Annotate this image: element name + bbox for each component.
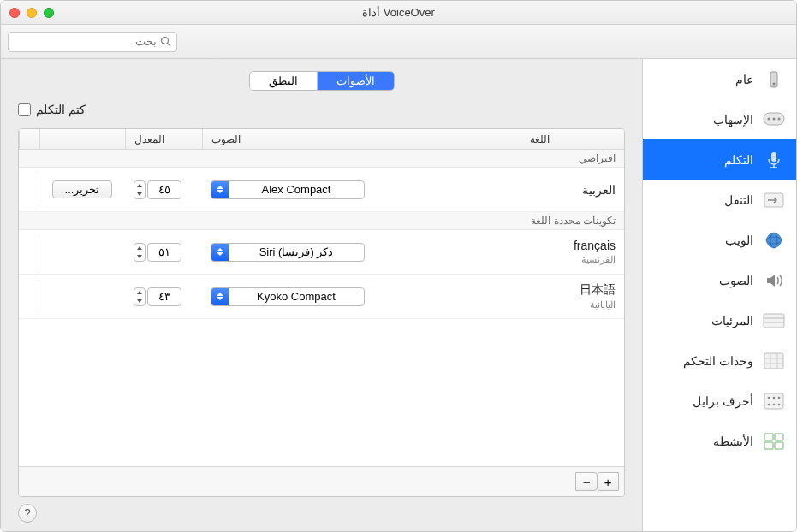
- add-button[interactable]: +: [597, 472, 619, 491]
- rate-input[interactable]: [147, 243, 181, 262]
- voice-popup[interactable]: Alex Compact: [211, 180, 365, 199]
- sidebar-item-braille[interactable]: أحرف برايل: [643, 381, 796, 421]
- svg-point-5: [768, 117, 770, 120]
- tab-voices[interactable]: الأصوات: [318, 72, 394, 90]
- stepper-buttons[interactable]: [134, 180, 146, 199]
- voice-label: Alex Compact: [229, 183, 364, 196]
- sidebar-item-speech[interactable]: التكلم: [643, 139, 796, 180]
- svg-point-27: [768, 403, 770, 405]
- search-field[interactable]: [8, 32, 177, 52]
- svg-point-24: [768, 396, 770, 399]
- language-name-ar: الفرنسية: [530, 254, 616, 265]
- svg-rect-33: [775, 442, 783, 449]
- stepper-buttons[interactable]: [134, 287, 146, 306]
- close-button[interactable]: [9, 8, 20, 18]
- svg-point-29: [778, 403, 781, 405]
- language-name: 日本語: [530, 282, 616, 298]
- remove-button[interactable]: −: [575, 472, 598, 491]
- navigation-icon: [762, 191, 786, 210]
- general-icon: [762, 70, 786, 89]
- commanders-icon: [762, 352, 786, 370]
- mute-speech-label: كتم التكلم: [36, 103, 86, 116]
- sidebar-item-navigation[interactable]: التنقل: [643, 180, 796, 220]
- sidebar-item-visuals[interactable]: المرئيات: [643, 300, 796, 340]
- search-input[interactable]: [13, 35, 157, 48]
- activities-icon: [762, 432, 786, 451]
- table-row[interactable]: français الفرنسية Siri ذكر (فرنسا): [19, 230, 624, 275]
- svg-rect-15: [764, 314, 784, 328]
- sidebar-item-verbosity[interactable]: الإسهاب: [643, 99, 796, 139]
- svg-line-1: [168, 44, 171, 47]
- column-header-rate[interactable]: المعدل: [125, 129, 202, 149]
- sidebar-item-label: الإسهاب: [713, 113, 753, 127]
- svg-rect-18: [764, 353, 783, 369]
- category-sidebar: عام الإسهاب التكلم التنقل الويب الصوت ال…: [642, 59, 796, 532]
- language-name: العربية: [530, 183, 616, 197]
- sidebar-item-label: أحرف برايل: [693, 394, 753, 408]
- svg-point-12: [766, 233, 782, 248]
- sidebar-item-label: الصوت: [719, 274, 753, 287]
- voice-popup[interactable]: Kyoko Compact: [211, 287, 365, 306]
- braille-icon: [762, 392, 786, 411]
- edit-button[interactable]: تحرير...: [52, 180, 113, 198]
- sidebar-item-activities[interactable]: الأنشطة: [643, 421, 796, 461]
- table-row[interactable]: 日本語 اليابانية Kyoko Compact: [19, 275, 624, 319]
- svg-point-3: [773, 82, 776, 85]
- svg-rect-30: [764, 434, 773, 440]
- svg-point-6: [773, 117, 776, 120]
- sidebar-item-general[interactable]: عام: [643, 59, 796, 99]
- svg-rect-8: [771, 152, 776, 162]
- svg-rect-31: [775, 434, 783, 440]
- sidebar-item-web[interactable]: الويب: [643, 220, 796, 260]
- rate-stepper[interactable]: [134, 287, 181, 306]
- stepper-buttons[interactable]: [134, 243, 146, 262]
- svg-rect-32: [764, 442, 773, 449]
- language-name-ar: اليابانية: [530, 299, 616, 310]
- sidebar-item-label: الويب: [725, 233, 753, 247]
- search-icon: [160, 36, 171, 47]
- rate-stepper[interactable]: [134, 243, 181, 262]
- svg-point-25: [773, 396, 776, 399]
- svg-point-28: [773, 403, 776, 405]
- tab-pronunciation[interactable]: النطق: [250, 72, 318, 90]
- voice-popup[interactable]: Siri ذكر (فرنسا): [211, 243, 365, 262]
- sound-icon: [762, 271, 786, 290]
- group-language-specific: تكوينات محددة اللغة: [19, 212, 624, 230]
- visuals-icon: [762, 311, 786, 330]
- svg-rect-23: [764, 393, 783, 409]
- voice-label: Siri ذكر (فرنسا): [229, 245, 364, 258]
- voices-table: اللغة الصوت المعدل افتراضي العربية Alex …: [18, 128, 625, 497]
- sidebar-item-label: وحدات التحكم: [683, 354, 753, 368]
- sidebar-item-sound[interactable]: الصوت: [643, 260, 796, 300]
- sidebar-item-label: التكلم: [724, 153, 753, 167]
- verbosity-icon: [762, 110, 786, 129]
- speech-icon: [762, 151, 786, 169]
- rate-stepper[interactable]: [134, 180, 181, 199]
- sidebar-item-label: المرئيات: [711, 314, 753, 328]
- table-row[interactable]: العربية Alex Compact تحرير...: [19, 168, 624, 212]
- sidebar-item-commanders[interactable]: وحدات التحكم: [643, 340, 796, 381]
- popup-arrows-icon: [211, 181, 229, 198]
- sidebar-item-label: التنقل: [724, 193, 753, 207]
- web-icon: [762, 231, 786, 250]
- column-header-voice[interactable]: الصوت: [202, 129, 521, 149]
- mute-speech-checkbox[interactable]: [18, 103, 31, 116]
- popup-arrows-icon: [211, 244, 229, 261]
- svg-point-0: [162, 38, 169, 44]
- zoom-button[interactable]: [44, 8, 54, 18]
- sidebar-item-label: الأنشطة: [713, 434, 753, 448]
- rate-input[interactable]: [147, 180, 181, 199]
- svg-point-26: [778, 396, 781, 399]
- group-default: افتراضي: [19, 150, 624, 168]
- window-title: أداة VoiceOver: [54, 6, 743, 19]
- svg-point-7: [778, 117, 781, 120]
- help-button[interactable]: ?: [18, 504, 37, 523]
- tab-segmented-control: الأصوات النطق: [249, 71, 395, 91]
- column-header-language[interactable]: اللغة: [521, 129, 624, 149]
- popup-arrows-icon: [211, 288, 229, 305]
- minimize-button[interactable]: [27, 8, 37, 18]
- language-name: français: [530, 239, 616, 252]
- rate-input[interactable]: [147, 287, 181, 306]
- sidebar-item-label: عام: [735, 73, 753, 86]
- voice-label: Kyoko Compact: [229, 290, 364, 303]
